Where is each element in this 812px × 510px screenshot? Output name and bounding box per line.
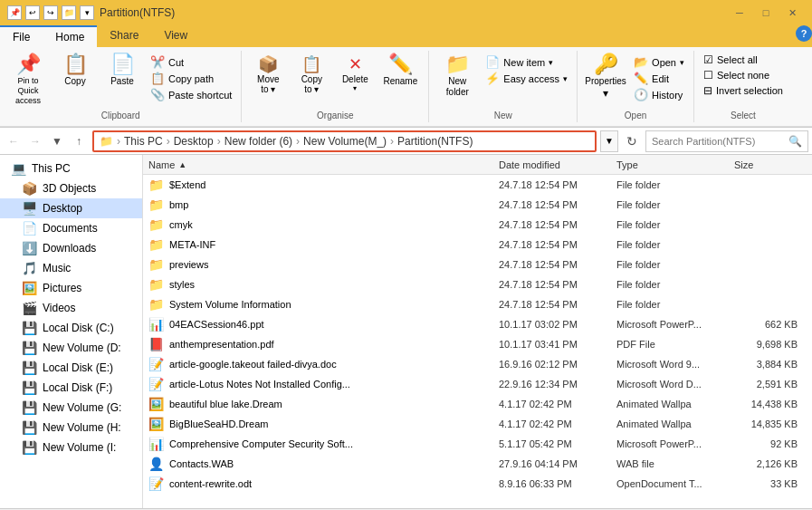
file-date: 4.1.17 02:42 PM (499, 399, 616, 409)
copy-to-button[interactable]: 📋 Copy to ▾ (291, 53, 332, 96)
pictures-icon: 🖼️ (22, 281, 37, 295)
address-path[interactable]: 📁 › This PC › Desktop › New folder (6) ›… (92, 130, 597, 152)
back-button[interactable]: ← (4, 131, 24, 151)
sidebar-item-desktop[interactable]: 🖥️ Desktop (0, 198, 142, 218)
minimize-button[interactable]: ─ (727, 0, 752, 25)
copy-path-label: Copy path (168, 73, 214, 84)
sidebar-item-new-volume-g[interactable]: 💾 New Volume (G: (0, 398, 142, 418)
edit-button[interactable]: ✏️ Edit (630, 71, 688, 86)
cut-button[interactable]: ✂️ Cut (147, 54, 235, 70)
header-type[interactable]: Type (616, 159, 734, 170)
dream-icon: 🖼️ (148, 397, 164, 411)
open-button[interactable]: 📂 Open ▾ (630, 54, 688, 70)
file-size: 14,835 KB (734, 419, 807, 429)
new-volume-h-label: New Volume (H: (43, 421, 121, 434)
table-row[interactable]: 👤 Contacts.WAB 27.9.16 04:14 PM WAB file… (143, 454, 812, 474)
header-name-arrow: ▲ (178, 160, 186, 169)
sidebar-item-local-disk-e[interactable]: 💾 Local Disk (E:) (0, 358, 142, 378)
paste-shortcut-button[interactable]: 📎 Paste shortcut (147, 87, 235, 102)
sidebar-item-local-disk-c[interactable]: 💾 Local Disk (C:) (0, 318, 142, 338)
table-row[interactable]: 📝 article-Lotus Notes Not Installed Conf… (143, 374, 812, 394)
sidebar-item-documents[interactable]: 📄 Documents (0, 218, 142, 238)
sidebar-item-videos[interactable]: 🎬 Videos (0, 298, 142, 318)
invert-selection-button[interactable]: ⊟ Invert selection (700, 83, 787, 98)
copy-path-button[interactable]: 📋 Copy path (147, 71, 235, 86)
file-name-text: BigBlueSeaHD.Dream (169, 419, 268, 429)
path-this-pc[interactable]: This PC (124, 135, 163, 148)
redo-icon[interactable]: ↪ (43, 5, 58, 20)
path-partition[interactable]: Partition(NTFS) (397, 135, 473, 148)
file-name: 📁 bmp (148, 197, 499, 212)
undo-icon[interactable]: ↩ (25, 5, 40, 20)
up-button[interactable]: ↑ (69, 131, 89, 151)
file-date: 10.1.17 03:02 PM (499, 319, 616, 330)
table-row[interactable]: 📁 $Extend 24.7.18 12:54 PM File folder (143, 175, 812, 195)
file-date: 24.7.18 12:54 PM (499, 219, 616, 230)
sidebar-item-local-disk-f[interactable]: 💾 Local Disk (F:) (0, 378, 142, 398)
select-none-icon: ☐ (703, 69, 713, 82)
table-row[interactable]: 📁 previews 24.7.18 12:54 PM File folder (143, 255, 812, 274)
search-input[interactable] (652, 136, 785, 147)
sidebar-item-this-pc[interactable]: 💻 This PC (0, 159, 142, 178)
ribbon: File Home Share View ? 📌 Pin to Quick ac… (0, 25, 812, 128)
path-new-volume[interactable]: New Volume(M_) (303, 135, 387, 148)
rename-button[interactable]: ✏️ Rename (377, 53, 423, 89)
path-new-folder[interactable]: New folder (6) (224, 135, 292, 148)
sidebar-item-new-volume-d[interactable]: 💾 New Volume (D: (0, 338, 142, 358)
pin-button[interactable]: 📌 Pin to Quick access (5, 53, 51, 107)
select-all-button[interactable]: ☑ Select all (700, 53, 787, 67)
header-date[interactable]: Date modified (499, 159, 616, 170)
file-name: 📝 article-Lotus Notes Not Installed Conf… (148, 377, 499, 391)
new-item-button[interactable]: 📄 New item ▾ (482, 54, 571, 70)
header-size[interactable]: Size (734, 159, 807, 170)
forward-button[interactable]: → (25, 131, 45, 151)
copy-button[interactable]: 📋 Copy (53, 53, 98, 89)
new-folder-button[interactable]: 📁 Newfolder (435, 53, 480, 100)
table-row[interactable]: 🖼️ BigBlueSeaHD.Dream 4.1.17 02:42 PM An… (143, 414, 812, 434)
file-name-text: Comprehensive Computer Security Soft... (169, 438, 353, 449)
table-row[interactable]: 📁 System Volume Information 24.7.18 12:5… (143, 294, 812, 314)
dropdown-arrow-icon[interactable]: ▾ (80, 5, 94, 20)
path-desktop[interactable]: Desktop (174, 135, 214, 148)
new-volume-h-icon: 💾 (22, 420, 37, 435)
tab-file[interactable]: File (0, 25, 43, 47)
downloads-icon: ⬇️ (22, 241, 37, 255)
help-button[interactable]: ? (796, 25, 812, 42)
videos-icon: 🎬 (22, 301, 37, 315)
table-row[interactable]: 📊 Comprehensive Computer Security Soft..… (143, 434, 812, 454)
table-row[interactable]: 📁 META-INF 24.7.18 12:54 PM File folder (143, 235, 812, 255)
sidebar-item-new-volume-i[interactable]: 💾 New Volume (I: (0, 438, 142, 457)
recent-button[interactable]: ▼ (47, 131, 67, 151)
delete-button[interactable]: ✕ Delete ▾ (334, 53, 376, 94)
sidebar-item-3d-objects[interactable]: 📦 3D Objects (0, 178, 142, 198)
sidebar-item-music[interactable]: 🎵 Music (0, 258, 142, 278)
sidebar-item-pictures[interactable]: 🖼️ Pictures (0, 278, 142, 298)
refresh-button[interactable]: ↻ (622, 131, 642, 151)
sidebar-item-downloads[interactable]: ⬇️ Downloads (0, 238, 142, 258)
table-row[interactable]: 📁 styles 24.7.18 12:54 PM File folder (143, 274, 812, 294)
table-row[interactable]: 🖼️ beautiful blue lake.Dream 4.1.17 02:4… (143, 394, 812, 414)
tab-view[interactable]: View (151, 25, 200, 47)
history-button[interactable]: 🕐 History (630, 87, 688, 102)
table-row[interactable]: 📝 content-rewrite.odt 8.9.16 06:33 PM Op… (143, 474, 812, 494)
easy-access-button[interactable]: ⚡ Easy access ▾ (482, 71, 571, 86)
doc-icon: 📝 (148, 377, 164, 391)
address-dropdown[interactable]: ▼ (600, 130, 618, 152)
table-row[interactable]: 📊 04EACSession46.ppt 10.1.17 03:02 PM Mi… (143, 314, 812, 334)
search-box[interactable]: 🔍 (645, 130, 808, 152)
table-row[interactable]: 📁 cmyk 24.7.18 12:54 PM File folder (143, 215, 812, 235)
table-row[interactable]: 📝 article-google.takeout failed-divya.do… (143, 354, 812, 374)
header-name[interactable]: Name ▲ (148, 159, 499, 170)
sidebar-item-new-volume-h[interactable]: 💾 New Volume (H: (0, 418, 142, 438)
tab-share[interactable]: Share (97, 25, 151, 47)
table-row[interactable]: 📁 bmp 24.7.18 12:54 PM File folder (143, 195, 812, 215)
move-to-button[interactable]: 📦 Move to ▾ (247, 53, 289, 96)
tab-home[interactable]: Home (43, 25, 97, 47)
properties-button[interactable]: 🔑 Properties ▾ (583, 53, 628, 101)
close-button[interactable]: ✕ (779, 0, 805, 25)
maximize-button[interactable]: □ (753, 0, 779, 25)
easy-access-label: Easy access (503, 73, 559, 84)
select-none-button[interactable]: ☐ Select none (700, 68, 787, 82)
table-row[interactable]: 📕 anthempresentation.pdf 10.1.17 03:41 P… (143, 334, 812, 354)
paste-button[interactable]: 📄 Paste (100, 53, 145, 89)
